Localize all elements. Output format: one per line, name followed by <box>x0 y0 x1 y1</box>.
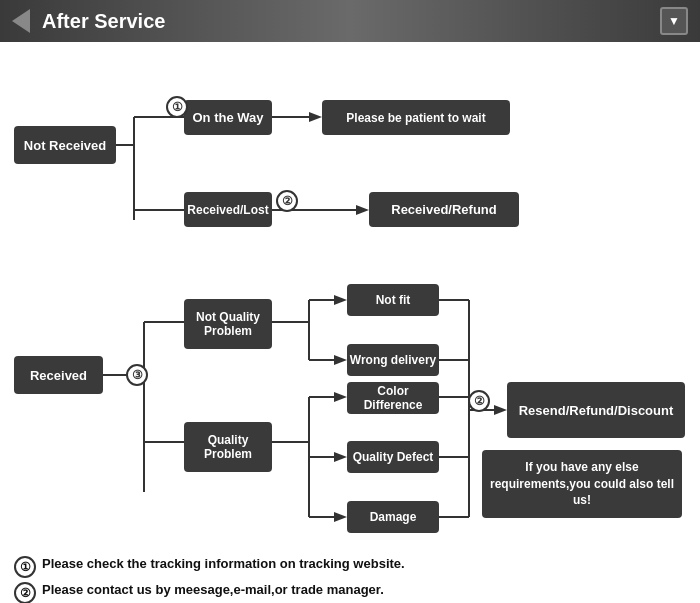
not-received-box: Not Received <box>14 126 116 164</box>
note-2: ② Please contact us by meesage,e-mail,or… <box>14 582 686 603</box>
circle-2-bottom: ② <box>468 390 490 412</box>
svg-marker-7 <box>356 205 369 215</box>
wrong-delivery-box: Wrong delivery <box>347 344 439 376</box>
circle-1: ① <box>166 96 188 118</box>
resend-refund-box: Resend/Refund/Discount <box>507 382 685 438</box>
note-2-text: Please contact us by meesage,e-mail,or t… <box>42 582 384 597</box>
dropdown-icon[interactable]: ▼ <box>660 7 688 35</box>
not-fit-box: Not fit <box>347 284 439 316</box>
circle-2-top: ② <box>276 190 298 212</box>
not-quality-problem-box: Not Quality Problem <box>184 299 272 349</box>
svg-marker-25 <box>334 512 347 522</box>
diagram: Not Received ① On the Way Please be pati… <box>14 52 686 542</box>
svg-marker-23 <box>334 452 347 462</box>
svg-marker-21 <box>334 392 347 402</box>
note-1-num: ① <box>14 556 36 578</box>
svg-marker-15 <box>334 295 347 305</box>
svg-marker-17 <box>334 355 347 365</box>
received-refund-box: Received/Refund <box>369 192 519 227</box>
diagram-container: Not Received ① On the Way Please be pati… <box>0 42 700 552</box>
page-title: After Service <box>42 10 165 33</box>
patient-box: Please be patient to wait <box>322 100 510 135</box>
note-1-text: Please check the tracking information on… <box>42 556 405 571</box>
received-lost-box: Received/Lost <box>184 192 272 227</box>
header: After Service ▼ <box>0 0 700 42</box>
any-requirements-box: If you have any else requirements,you co… <box>482 450 682 518</box>
color-difference-box: Color Difference <box>347 382 439 414</box>
svg-marker-33 <box>494 405 507 415</box>
note-1: ① Please check the tracking information … <box>14 556 686 578</box>
quality-defect-box: Quality Defect <box>347 441 439 473</box>
damage-box: Damage <box>347 501 439 533</box>
svg-marker-5 <box>309 112 322 122</box>
circle-3: ③ <box>126 364 148 386</box>
notes-section: ① Please check the tracking information … <box>0 552 700 603</box>
received-box: Received <box>14 356 103 394</box>
note-2-num: ② <box>14 582 36 603</box>
quality-problem-box: Quality Problem <box>184 422 272 472</box>
on-the-way-box: On the Way <box>184 100 272 135</box>
